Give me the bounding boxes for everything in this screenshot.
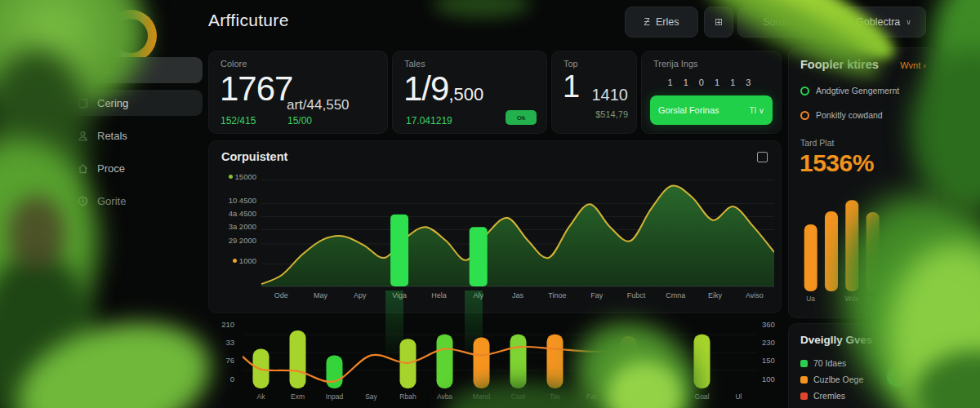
x-axis-label: Pwnes <box>647 392 684 401</box>
stat-label: Top <box>564 59 578 69</box>
legend-item: 70 Idaes <box>800 358 846 368</box>
sidebar-item-gorite[interactable]: Gorite <box>67 188 203 214</box>
sidebar-item-label: All <box>98 64 109 77</box>
x-axis-label: Vog <box>862 295 883 303</box>
stat-value-small: ,500 <box>448 84 483 104</box>
y-axis-label: 33 <box>212 338 234 347</box>
y-axis-label: 15000 <box>214 172 256 181</box>
x-axis-label: Ode <box>261 291 301 299</box>
sidebar-item-all[interactable]: ! All <box>67 57 203 83</box>
legend-item: Cremles <box>800 391 845 401</box>
topbar: Ƶ Erles ⊞ Sordutls ∨ Goblectra ∨ <box>47 7 952 39</box>
sidebar-item-retals[interactable]: Retals <box>67 122 203 149</box>
z-glyph-icon: Ƶ <box>644 16 650 28</box>
stat-green-right: 15/00 <box>287 115 312 126</box>
y-axis-label: 29 2000 <box>214 236 256 245</box>
legend-label: 70 Idaes <box>813 358 846 368</box>
main-chart-card: Corpuistent 1500010 45004a 45003a 200029… <box>208 140 782 313</box>
x-axis-label <box>821 295 841 303</box>
x-axis-label: Mand <box>463 392 500 401</box>
x-axis-label: Apy <box>341 291 380 299</box>
stat-label: Trerija Ings <box>653 59 698 69</box>
person-icon <box>77 130 89 142</box>
metric-value: 1536% <box>800 149 874 177</box>
y-axis-label: 100 <box>762 375 786 384</box>
legend-swatch-red <box>800 392 808 400</box>
button-label: Sordutls <box>763 16 800 28</box>
home-icon <box>77 162 89 175</box>
x-axis-label: Indy <box>610 392 647 401</box>
panel-item-label: Andgtive Gengemernt <box>816 86 899 95</box>
x-axis-label: Eiky <box>695 291 734 299</box>
button-secondary-label: Tl ∨ <box>750 106 764 115</box>
panel-title: Dveiglly Gves <box>800 334 873 346</box>
grid-icon: ⊞ <box>715 16 723 28</box>
sidebar-item-cering[interactable]: Cering <box>67 90 203 116</box>
metric-label: Tard Plat <box>800 138 834 148</box>
legend-label: Cremles <box>813 391 845 401</box>
x-axis-label: Fay <box>577 291 617 299</box>
x-axis-label: Sdw <box>904 295 924 303</box>
sidebar-item-label: Cering <box>97 97 128 109</box>
x-axis-label: Goal <box>684 392 720 401</box>
legend-swatch-orange <box>800 376 808 384</box>
expand-icon[interactable] <box>757 152 768 162</box>
sidebar: ! All Cering Retals <box>47 0 203 408</box>
y-axis-label: 76 <box>212 356 234 365</box>
x-axis-label <box>883 295 903 303</box>
grid-view-button[interactable]: ⊞ <box>704 7 733 38</box>
chevron-down-icon: ∨ <box>806 18 812 26</box>
panel-item[interactable]: Ponkitly cowdand <box>800 110 883 120</box>
sordutls-dropdown[interactable]: Sordutls ∨ <box>737 7 837 38</box>
button-label: Goblectra <box>856 16 900 28</box>
panel-link[interactable]: Wvnt › <box>900 60 926 70</box>
stat-card-trerija: Trerija Ings 1 1 0 1 1 3 Gorslal Forinas… <box>641 51 782 134</box>
y-axis-label: 3a 2000 <box>214 222 256 231</box>
x-axis-label: Tay <box>537 392 573 401</box>
stat-digits: 1 1 0 1 1 3 <box>642 78 781 87</box>
main-chart-plot <box>261 167 774 290</box>
bar-line-chart <box>243 317 757 392</box>
x-axis-label: Inpad <box>316 392 353 401</box>
alert-circle-icon: ! <box>77 64 90 77</box>
x-axis-label: Hela <box>419 291 458 299</box>
main-chart-x-axis: OdeMayApyVigaHelaAlyJasTinoeFayFubctCmna… <box>261 291 774 299</box>
chevron-down-icon: ∨ <box>906 18 911 26</box>
chevron-down-icon[interactable]: ∨ <box>919 335 924 344</box>
x-axis-label: May <box>301 291 340 299</box>
x-axis-label: Ul <box>720 392 757 401</box>
erles-button[interactable]: Ƶ Erles <box>625 7 698 38</box>
x-axis-label: Rbah <box>390 392 426 401</box>
ok-badge[interactable]: Ok <box>506 110 537 125</box>
y-axis-label: 210 <box>212 320 234 329</box>
x-axis-label: Ua <box>800 295 821 303</box>
y-axis-label: 10 4500 <box>214 196 256 205</box>
daily-panel: Dveiglly Gves ∨ 70 Idaes Cuzlbe Oege Cre… <box>788 323 937 408</box>
stat-value: 1/9,500 <box>403 69 483 109</box>
axis-dot-icon <box>229 175 233 179</box>
x-axis-label: Jas <box>498 291 537 299</box>
legend-item: Cuzlbe Oege <box>800 375 863 384</box>
stat-card-top: Top 1 1410 $514,79 <box>551 51 637 134</box>
x-axis-label: Wde <box>842 295 862 303</box>
gorslal-forinas-button[interactable]: Gorslal Forinas Tl ∨ <box>650 95 773 125</box>
panel-item-label: Ponkitly cowdand <box>816 110 883 120</box>
stat-green-left: 152/415 <box>220 115 256 126</box>
x-axis-label: Ak <box>243 392 279 401</box>
status-ring-green-icon <box>800 86 809 95</box>
status-dot-green <box>887 366 907 387</box>
panel-title: Foopler ktires <box>800 58 879 71</box>
stat-value: 1 <box>563 69 579 104</box>
panel-item[interactable]: Andgtive Gengemernt <box>800 86 899 95</box>
sidebar-item-proce[interactable]: Proce <box>67 155 203 181</box>
chart-title: Corpuistent <box>221 150 287 163</box>
y-axis-label: 1000 <box>214 256 256 265</box>
y-axis-label: 230 <box>762 338 786 347</box>
bottom-chart-plot <box>243 317 757 392</box>
goblectra-dropdown[interactable]: Goblectra ∨ <box>841 7 926 38</box>
sidebar-item-label: Proce <box>97 162 125 175</box>
legend-swatch-green <box>800 360 808 367</box>
mini-chart-plot <box>800 192 924 293</box>
stat-green: $514,79 <box>595 109 628 119</box>
x-axis-label: Exm <box>279 392 316 401</box>
